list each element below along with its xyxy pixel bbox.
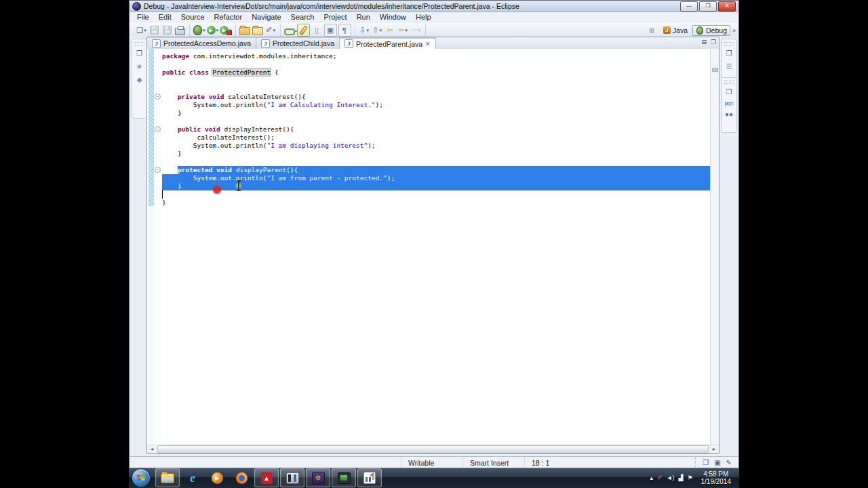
start-button[interactable] [132,468,151,487]
code-line[interactable]: } [162,109,711,117]
variables-view-icon[interactable]: (x)= [725,101,734,106]
menu-project[interactable]: Project [319,12,351,22]
taskbar-item-movie-maker[interactable] [280,468,304,487]
dropdown-arrow-icon[interactable]: ▾ [366,28,369,33]
taskbar-item-chart-tool[interactable] [357,468,382,487]
fold-collapse-icon[interactable]: − [155,126,161,132]
code-area[interactable]: package com.interviewdot.modules.inherit… [162,49,711,446]
save-all-button[interactable] [161,24,173,36]
search-button[interactable]: ✐▾ [265,24,277,36]
dropdown-arrow-icon[interactable]: ▾ [405,28,408,33]
menu-search[interactable]: Search [286,12,319,22]
tasks-trim-icon[interactable]: ✎ [726,459,732,466]
menu-help[interactable]: Help [411,12,436,22]
taskbar-item-internet-explorer[interactable]: e [181,469,204,487]
occurrence-marker[interactable] [712,68,718,72]
taskbar-item-adobe-reader[interactable]: ▲ [254,468,279,487]
previous-annotation-button[interactable]: ⇧▾ [372,24,383,36]
restore-views-icon[interactable]: ❐ [726,49,732,58]
recorder-tray-icon[interactable]: ✐ [657,474,663,481]
outline-view-icon[interactable]: ☰ [726,62,732,70]
taskbar-item-eclipse-ide[interactable]: ⚙ [306,468,330,487]
horizontal-scrollbar[interactable]: ◄ ► [147,445,719,453]
editor-content[interactable]: −−− package com.interviewdot.modules.inh… [147,49,719,446]
show-hidden-icons[interactable]: ▴ [650,474,654,481]
restore-trim-icon[interactable]: ❐ [703,459,709,466]
rail-grip[interactable] [135,42,144,45]
code-line[interactable] [162,60,711,68]
scrollbar-thumb[interactable] [157,445,709,453]
mark-occurrences-button[interactable] [297,24,310,37]
menu-edit[interactable]: Edit [154,12,176,22]
code-line[interactable]: System.out.println("I am from parent - p… [162,174,711,182]
next-annotation-button[interactable]: ⇩▾ [359,24,370,36]
dropdown-arrow-icon[interactable]: ▾ [273,28,275,33]
minimize-stack-icon[interactable]: ⊟ [701,39,707,45]
code-line[interactable]: private void calculateInterest(){ [162,93,711,101]
taskbar-clock[interactable]: 4:58 PM 1/19/2014 [697,470,736,485]
perspective-overflow-chevron[interactable]: » [732,27,736,34]
menu-refactor[interactable]: Refactor [210,12,248,22]
code-line[interactable]: } [162,199,711,207]
code-line[interactable]: public void displayInterest(){ [162,125,711,134]
editor-tab-protectedaccessdemo-java[interactable]: JProtectedAccessDemo.java [147,37,256,49]
code-line[interactable]: System.out.println("I am displaying inte… [162,142,711,150]
minimize-button[interactable]: — [680,1,698,12]
maximize-button[interactable]: ❐ [699,1,717,12]
code-line[interactable] [162,77,711,85]
menu-file[interactable]: File [132,12,154,22]
action-center-icon[interactable]: ⚑ [687,474,692,481]
restore-views-icon[interactable]: ❐ [726,88,732,96]
code-line[interactable] [162,117,711,125]
maximize-stack-icon[interactable]: ❐ [711,39,716,45]
dropdown-arrow-icon[interactable]: ▾ [144,28,146,33]
save-button[interactable] [149,24,160,36]
debug-button[interactable]: ▾ [193,24,205,36]
externalize-strings-button[interactable] [284,24,296,36]
menu-navigate[interactable]: Navigate [247,12,285,22]
external-tools-button[interactable]: ▶▾ [220,24,232,36]
code-line[interactable]: } [162,182,711,190]
taskbar-item-screen-recorder[interactable] [332,468,356,487]
taskbar-item-windows-explorer[interactable] [155,468,180,487]
title-bar[interactable]: Debug - JavaInterview-InterviewDot/src/m… [130,1,738,12]
overview-ruler[interactable] [710,49,719,446]
rail-grip[interactable] [724,42,734,45]
perspective-debug-button[interactable]: Debug [692,25,730,36]
open-type-button[interactable] [239,24,251,36]
show-source-button[interactable]: ▣ [324,24,337,37]
code-line[interactable] [162,85,711,93]
dropdown-arrow-icon[interactable]: ▾ [203,28,205,33]
menu-window[interactable]: Window [375,12,411,22]
print-button[interactable] [174,24,186,36]
code-line[interactable]: public class ProtectedParent { [162,68,711,77]
servers-view-icon[interactable]: ❖ [136,77,142,85]
rail-grip[interactable] [724,81,734,84]
run-button[interactable]: ▶▾ [207,24,219,36]
code-line[interactable]: } [162,150,711,158]
taskbar-item-firefox[interactable] [230,469,253,487]
dropdown-arrow-icon[interactable]: ▾ [216,28,219,33]
block-selection-button[interactable]: ▯ [311,24,323,36]
menu-run[interactable]: Run [352,12,375,22]
breakpoints-view-icon[interactable]: ●● [725,110,733,119]
fold-collapse-icon[interactable]: − [155,94,161,100]
console-trim-icon[interactable]: ▣ [714,459,720,466]
open-perspective-button[interactable]: ⊞ [645,26,658,35]
code-line[interactable] [162,190,711,199]
debug-view-icon[interactable]: ✳ [136,63,142,71]
tab-close-icon[interactable]: ✕ [425,41,431,47]
code-line[interactable]: protected void displayParent(){ [162,166,711,174]
taskbar-item-media-player[interactable]: ▶ [205,469,229,487]
show-whitespace-button[interactable]: ¶ [338,24,351,37]
code-line[interactable] [162,158,711,166]
back-button[interactable]: ⇦▾ [397,24,409,36]
volume-icon[interactable]: ◄) [667,474,675,481]
code-line[interactable]: calculateInterest(); [162,134,711,142]
restore-views-icon[interactable]: ❐ [136,49,142,58]
editor-tab-protectedparent-java[interactable]: JProtectedParent.java✕ [340,37,436,49]
editor-tab-protectedchild-java[interactable]: JProtectedChild.java [256,37,340,49]
network-icon[interactable]: ▟ [679,474,684,481]
fold-collapse-icon[interactable]: − [155,167,161,173]
dropdown-arrow-icon[interactable]: ▾ [418,28,420,33]
